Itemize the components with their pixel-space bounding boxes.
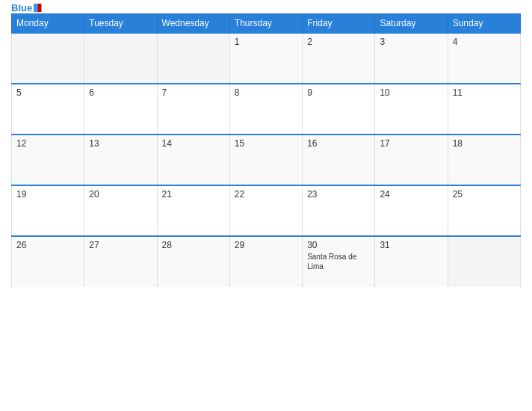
logo-blue: Blue [11,3,46,13]
day-number: 27 [89,240,152,250]
calendar-header-row: MondayTuesdayWednesdayThursdayFridaySatu… [12,14,521,34]
calendar-day-cell [84,33,157,84]
calendar-day-cell: 15 [229,135,302,185]
calendar-day-cell: 21 [157,185,229,236]
day-number: 2 [307,37,370,47]
calendar-day-cell: 9 [303,84,375,135]
calendar-day-cell: 29 [229,236,302,287]
calendar-day-cell: 27 [84,236,157,287]
calendar-day-cell: 3 [375,33,448,84]
weekday-header: Wednesday [157,14,229,34]
calendar-day-cell: 12 [12,135,84,185]
day-number: 7 [162,87,225,98]
logo-flag-icon [34,3,46,12]
logo: Blue [11,3,46,13]
svg-rect-1 [38,3,42,12]
calendar-table: MondayTuesdayWednesdayThursdayFridaySatu… [11,13,521,287]
svg-rect-2 [42,3,46,12]
calendar-day-cell: 6 [84,84,157,135]
calendar-day-cell: 7 [157,84,229,135]
calendar-day-cell: 17 [375,135,448,185]
calendar-day-cell: 11 [448,84,520,135]
calendar-week-row: 1234 [12,33,521,84]
calendar-week-row: 567891011 [12,84,521,135]
calendar-day-cell: 1 [229,33,302,84]
calendar-day-cell: 14 [157,135,229,185]
day-number: 12 [16,138,79,149]
day-number: 15 [235,138,297,149]
day-number: 26 [16,240,79,250]
day-number: 14 [162,138,225,149]
day-number: 23 [307,189,370,200]
weekday-header: Tuesday [84,14,157,34]
day-number: 28 [162,240,225,250]
weekday-header: Saturday [375,14,448,34]
svg-rect-0 [34,3,37,12]
calendar-day-cell: 30Santa Rosa de Lima [303,236,375,287]
calendar-week-row: 19202122232425 [12,185,521,236]
calendar-day-cell: 31 [375,236,448,287]
day-number: 3 [380,37,442,47]
calendar-week-row: 2627282930Santa Rosa de Lima31 [12,236,521,287]
day-number: 29 [235,240,297,250]
calendar-day-cell: 25 [448,185,520,236]
weekday-header: Monday [12,14,84,34]
day-number: 11 [453,87,516,98]
calendar-day-cell: 16 [303,135,375,185]
calendar-day-cell: 2 [303,33,375,84]
calendar-day-cell: 28 [157,236,229,287]
day-number: 9 [307,87,370,98]
day-number: 16 [307,138,370,149]
calendar-day-cell: 5 [12,84,84,135]
day-number: 19 [16,189,79,200]
day-number: 1 [235,37,297,47]
calendar-page: Blue MondayTuesdayWednesdayThursdayFrida… [0,0,532,411]
day-number: 21 [162,189,225,200]
calendar-day-cell [157,33,229,84]
day-number: 18 [453,138,516,149]
calendar-day-cell [448,236,520,287]
day-number: 24 [380,189,442,200]
weekday-header: Thursday [229,14,302,34]
weekday-header: Sunday [448,14,520,34]
day-number: 8 [235,87,297,98]
calendar-day-cell [12,33,84,84]
calendar-day-cell: 10 [375,84,448,135]
day-number: 22 [235,189,297,200]
calendar-day-cell: 23 [303,185,375,236]
weekday-header: Friday [303,14,375,34]
calendar-day-cell: 13 [84,135,157,185]
calendar-day-cell: 8 [229,84,302,135]
calendar-day-cell: 20 [84,185,157,236]
calendar-day-cell: 18 [448,135,520,185]
day-number: 31 [380,240,442,250]
calendar-week-row: 12131415161718 [12,135,521,185]
calendar-day-cell: 19 [12,185,84,236]
day-event: Santa Rosa de Lima [307,252,370,271]
calendar-day-cell: 26 [12,236,84,287]
day-number: 17 [380,138,442,149]
day-number: 4 [453,37,516,47]
day-number: 6 [89,87,152,98]
calendar-day-cell: 24 [375,185,448,236]
day-number: 20 [89,189,152,200]
day-number: 13 [89,138,152,149]
calendar-day-cell: 4 [448,33,520,84]
day-number: 25 [453,189,516,200]
day-number: 30 [307,240,370,250]
day-number: 5 [16,87,79,98]
calendar-day-cell: 22 [229,185,302,236]
day-number: 10 [380,87,442,98]
